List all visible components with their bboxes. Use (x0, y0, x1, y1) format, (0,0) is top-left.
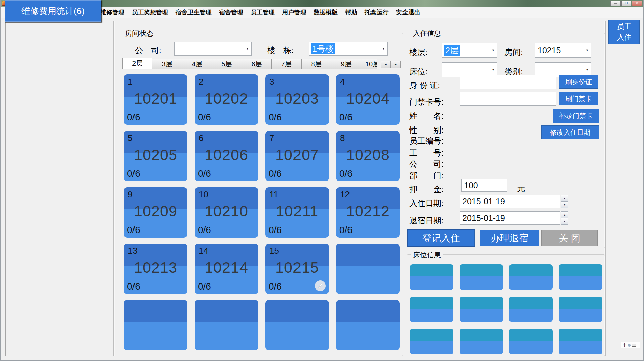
menu-item[interactable]: 安全退出 (392, 7, 424, 18)
room-card[interactable]: 15 10215 0/6 ✓ (265, 244, 329, 294)
bed-card[interactable] (509, 264, 553, 290)
app-window: 欢迎使用:国万员工宿舍管理系统 — ❐ ✕ 员工住宿管理水电费管理设备维修管理员… (0, 0, 644, 361)
floor-select[interactable]: 2层 ▼ (442, 43, 497, 58)
room-number: 10205 (124, 146, 187, 164)
room-card[interactable]: 7 10207 0/6 ✓ (265, 131, 329, 181)
checkout-date-input[interactable]: 2015-01-19 (460, 211, 560, 225)
room-card[interactable]: 13 10213 0/6 ✓ (124, 244, 187, 294)
room-card[interactable]: ✓ (336, 244, 400, 294)
modify-date-button[interactable]: 修改入住日期 (541, 125, 599, 139)
floor-tab[interactable]: 6层 (241, 59, 272, 69)
tab-scroll-left-icon[interactable]: ◄ (381, 61, 391, 68)
id-card-input[interactable] (460, 75, 556, 89)
bed-card[interactable] (410, 329, 453, 354)
close-icon[interactable]: ✕ (632, 1, 642, 6)
room-card[interactable]: 14 10214 0/6 ✓ (195, 244, 258, 294)
menu-item[interactable]: 员工管理 (247, 7, 278, 18)
building-select[interactable]: 1号楼 ▼ (309, 42, 388, 56)
keyboard-icon[interactable] (632, 344, 636, 347)
room-index: 9 (128, 189, 132, 200)
bed-card[interactable] (460, 264, 503, 290)
checkin-group-label: 入住信息 (411, 29, 443, 38)
tab-scroll-arrows: ◄ ► (381, 61, 401, 68)
floor-selected-value: 2层 (444, 45, 460, 56)
room-index: 3 (269, 76, 274, 87)
room-card[interactable]: 2 10202 0/6 ✓ (195, 74, 258, 125)
room-index: 8 (340, 133, 345, 143)
room-card[interactable]: 12 10212 0/6 ✓ (336, 187, 400, 238)
room-card[interactable]: 8 10208 0/6 ✓ (336, 131, 400, 181)
room-card[interactable]: 10 10210 0/6 ✓ (195, 187, 258, 238)
ime-language-bar[interactable]: 中 (621, 342, 640, 348)
supplement-door-button[interactable]: 补录门禁卡 (553, 109, 599, 123)
floor-tab[interactable]: 7层 (271, 59, 302, 69)
floor-tab[interactable]: 4层 (182, 59, 212, 69)
bed-card[interactable] (509, 297, 553, 322)
menu-item[interactable]: 托盘运行 (361, 7, 392, 18)
room-number: 10202 (195, 90, 258, 107)
room-card[interactable]: ✓ (124, 300, 187, 350)
menu-item[interactable]: 帮助 (341, 7, 361, 18)
deposit-input[interactable]: 100 (461, 179, 507, 192)
spin-up-icon[interactable]: ▲ (561, 211, 568, 218)
work-no-label: 工 号: (409, 148, 444, 158)
maximize-icon[interactable]: ❐ (621, 1, 631, 6)
tab-scroll-right-icon[interactable]: ► (391, 61, 401, 68)
menu-item[interactable]: 宿舍卫生管理 (172, 7, 215, 18)
floor-tab[interactable]: 5层 (212, 59, 242, 69)
bed-card[interactable] (559, 297, 602, 322)
ime-mode-icon[interactable] (628, 344, 631, 347)
bed-card[interactable] (460, 329, 503, 354)
menu-item[interactable]: 用户管理 (278, 7, 310, 18)
room-occupancy: 0/6 (269, 281, 282, 292)
room-occupancy: 0/6 (198, 225, 211, 236)
door-card-input[interactable] (460, 92, 556, 106)
room-card[interactable]: 4 10204 0/6 ✓ (336, 74, 400, 125)
chevron-down-icon: ▼ (586, 68, 589, 71)
menu-item[interactable]: 宿舍管理 (215, 7, 247, 18)
employee-checkin-button[interactable]: 员工入住 (608, 20, 640, 44)
room-number: 10203 (265, 90, 329, 107)
close-button[interactable]: 关 闭 (541, 230, 598, 246)
bed-card[interactable] (460, 297, 503, 322)
spin-up-icon[interactable]: ▲ (561, 195, 568, 201)
room-card[interactable]: 9 10209 0/6 ✓ (124, 187, 187, 238)
spin-down-icon[interactable]: ▼ (561, 218, 568, 225)
floor-tab[interactable]: 3层 (152, 59, 182, 69)
room-card[interactable]: ✓ (336, 300, 400, 350)
room-select[interactable]: 10215 ▼ (535, 43, 591, 58)
floor-tab[interactable]: 8层 (301, 59, 331, 69)
spin-down-icon[interactable]: ▼ (561, 201, 568, 208)
bed-card[interactable] (410, 297, 453, 322)
room-occupancy: 0/6 (198, 112, 211, 123)
scan-door-button[interactable]: 刷门禁卡 (559, 92, 598, 105)
room-card[interactable]: ✓ (195, 300, 258, 350)
room-card[interactable]: 3 10203 0/6 ✓ (265, 74, 329, 125)
checkin-date-input[interactable]: 2015-01-19 (460, 195, 560, 208)
room-index: 13 (128, 246, 138, 256)
bed-card[interactable] (410, 264, 453, 290)
minimize-icon[interactable]: — (610, 1, 621, 6)
room-card[interactable]: 6 10206 0/6 ✓ (195, 131, 258, 181)
bed-label: 床位: (409, 66, 428, 77)
room-card[interactable]: 5 10205 0/6 ✓ (124, 131, 187, 181)
scan-id-button[interactable]: 刷身份证 (559, 75, 598, 89)
room-card[interactable]: 11 10211 0/6 ✓ (265, 187, 329, 238)
left-splitter[interactable] (113, 21, 115, 356)
bed-card[interactable] (559, 264, 602, 290)
bed-card[interactable] (509, 329, 553, 354)
room-card[interactable]: 1 10201 0/6 ✓ (124, 74, 187, 125)
menu-item[interactable]: 员工奖惩管理 (128, 7, 172, 18)
room-card[interactable]: ✓ (265, 300, 329, 350)
bed-card[interactable] (559, 329, 602, 354)
register-checkin-button[interactable]: 登记入住 (408, 230, 475, 246)
ime-indicator[interactable]: 中 (623, 342, 627, 348)
floor-tab[interactable]: 9层 (331, 59, 361, 69)
process-checkout-button[interactable]: 办理退宿 (480, 230, 539, 246)
menu-item[interactable]: 数据模版 (310, 7, 341, 18)
company-select[interactable]: ▼ (174, 42, 252, 56)
room-index: 4 (340, 76, 345, 87)
floor-tab[interactable]: 2层 (122, 58, 152, 69)
floor-tab[interactable]: 10层 (361, 59, 377, 69)
sidebar-report-button[interactable]: 维修费用统计(6) (5, 0, 101, 22)
